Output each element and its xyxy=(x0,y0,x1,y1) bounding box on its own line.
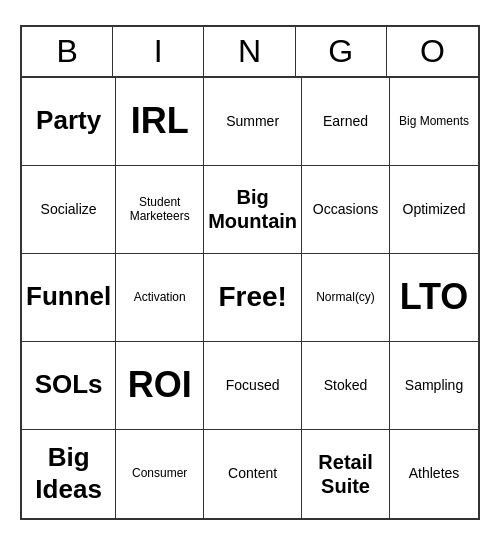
header-letter: G xyxy=(296,27,387,76)
bingo-cell: Retail Suite xyxy=(302,430,390,518)
bingo-cell: Content xyxy=(204,430,302,518)
bingo-cell: Free! xyxy=(204,254,302,342)
bingo-cell: Focused xyxy=(204,342,302,430)
bingo-cell: Big Moments xyxy=(390,78,478,166)
bingo-grid: PartyIRLSummerEarnedBig MomentsSocialize… xyxy=(22,78,478,518)
header-letter: I xyxy=(113,27,204,76)
header-letter: O xyxy=(387,27,478,76)
bingo-cell: Summer xyxy=(204,78,302,166)
header-letter: B xyxy=(22,27,113,76)
bingo-cell: IRL xyxy=(116,78,204,166)
bingo-cell: Occasions xyxy=(302,166,390,254)
bingo-cell: Stoked xyxy=(302,342,390,430)
bingo-cell: Sampling xyxy=(390,342,478,430)
bingo-card: BINGO PartyIRLSummerEarnedBig MomentsSoc… xyxy=(20,25,480,520)
bingo-cell: Athletes xyxy=(390,430,478,518)
bingo-cell: Funnel xyxy=(22,254,116,342)
bingo-cell: Socialize xyxy=(22,166,116,254)
bingo-cell: Normal(cy) xyxy=(302,254,390,342)
header-letter: N xyxy=(204,27,295,76)
bingo-cell: Student Marketeers xyxy=(116,166,204,254)
bingo-cell: Earned xyxy=(302,78,390,166)
bingo-cell: Big Ideas xyxy=(22,430,116,518)
bingo-cell: ROI xyxy=(116,342,204,430)
bingo-cell: Party xyxy=(22,78,116,166)
bingo-cell: Consumer xyxy=(116,430,204,518)
bingo-header: BINGO xyxy=(22,27,478,78)
bingo-cell: Big Mountain xyxy=(204,166,302,254)
bingo-cell: Optimized xyxy=(390,166,478,254)
bingo-cell: SOLs xyxy=(22,342,116,430)
bingo-cell: Activation xyxy=(116,254,204,342)
bingo-cell: LTO xyxy=(390,254,478,342)
